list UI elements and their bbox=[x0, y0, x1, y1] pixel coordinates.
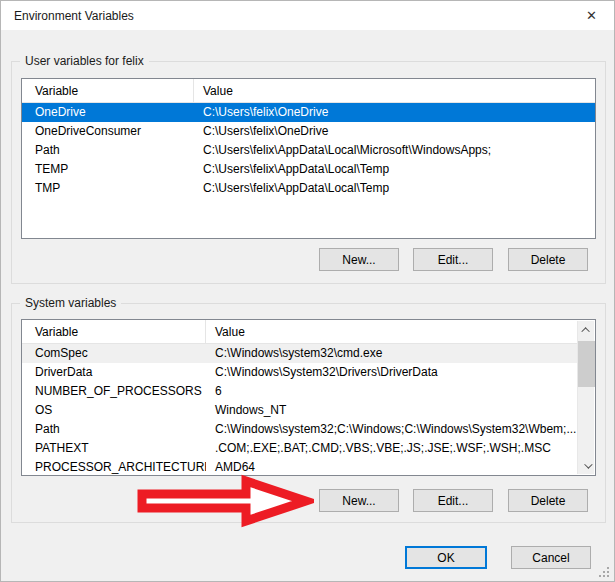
cell-variable: NUMBER_OF_PROCESSORS bbox=[22, 382, 206, 401]
cell-value: C:\Users\felix\OneDrive bbox=[194, 103, 595, 122]
user-variables-table: Variable Value OneDrive C:\Users\felix\O… bbox=[21, 78, 596, 239]
table-row-os[interactable]: OS Windows_NT bbox=[22, 401, 595, 420]
cell-value: C:\Users\felix\AppData\Local\Temp bbox=[194, 179, 595, 198]
ok-button[interactable]: OK bbox=[405, 546, 487, 569]
cell-variable: TEMP bbox=[22, 160, 194, 179]
scroll-up-icon[interactable] bbox=[578, 321, 595, 338]
cell-variable: ComSpec bbox=[22, 344, 206, 363]
user-column-header-variable[interactable]: Variable bbox=[22, 79, 194, 102]
scrollbar-thumb[interactable] bbox=[578, 341, 595, 387]
user-column-header-value[interactable]: Value bbox=[194, 79, 595, 102]
cell-variable: PATHEXT bbox=[22, 439, 206, 458]
cell-value: AMD64 bbox=[206, 458, 595, 476]
cell-value: C:\Windows\system32\cmd.exe bbox=[206, 344, 595, 363]
close-icon[interactable]: ✕ bbox=[569, 1, 614, 30]
table-row-onedrive[interactable]: OneDrive C:\Users\felix\OneDrive bbox=[22, 103, 595, 122]
user-table-header: Variable Value bbox=[22, 79, 595, 103]
cell-value: C:\Windows\System32\Drivers\DriverData bbox=[206, 363, 595, 382]
scroll-down-icon[interactable] bbox=[578, 457, 595, 474]
chevron-down-icon bbox=[584, 460, 592, 468]
system-edit-button[interactable]: Edit... bbox=[413, 489, 493, 512]
cell-value: .COM;.EXE;.BAT;.CMD;.VBS;.VBE;.JS;.JSE;.… bbox=[206, 439, 595, 458]
window-title: Environment Variables bbox=[1, 9, 134, 23]
table-row-processor-architecture[interactable]: PROCESSOR_ARCHITECTURE AMD64 bbox=[22, 458, 595, 476]
cell-variable: DriverData bbox=[22, 363, 206, 382]
table-row-comspec[interactable]: ComSpec C:\Windows\system32\cmd.exe bbox=[22, 344, 595, 363]
cell-variable: PROCESSOR_ARCHITECTURE bbox=[22, 458, 206, 476]
system-delete-button[interactable]: Delete bbox=[508, 489, 588, 512]
cell-variable: OS bbox=[22, 401, 206, 420]
system-column-header-variable[interactable]: Variable bbox=[22, 320, 206, 343]
table-row-tmp[interactable]: TMP C:\Users\felix\AppData\Local\Temp bbox=[22, 179, 595, 198]
table-row-temp[interactable]: TEMP C:\Users\felix\AppData\Local\Temp bbox=[22, 160, 595, 179]
user-new-button[interactable]: New... bbox=[319, 248, 399, 271]
dialog-content: User variables for felix Variable Value … bbox=[1, 30, 614, 581]
cell-value: Windows_NT bbox=[206, 401, 595, 420]
table-row-path-user[interactable]: Path C:\Users\felix\AppData\Local\Micros… bbox=[22, 141, 595, 160]
vertical-scrollbar[interactable] bbox=[577, 321, 594, 474]
user-edit-button[interactable]: Edit... bbox=[413, 248, 493, 271]
cell-variable: Path bbox=[22, 420, 206, 439]
cell-value: C:\Users\felix\OneDrive bbox=[194, 122, 595, 141]
table-row-pathext[interactable]: PATHEXT .COM;.EXE;.BAT;.CMD;.VBS;.VBE;.J… bbox=[22, 439, 595, 458]
cell-variable: TMP bbox=[22, 179, 194, 198]
cell-value: C:\Users\felix\AppData\Local\Microsoft\W… bbox=[194, 141, 595, 160]
cell-variable: OneDrive bbox=[22, 103, 194, 122]
table-row-path-system[interactable]: Path C:\Windows\system32;C:\Windows;C:\W… bbox=[22, 420, 595, 439]
table-row-driverdata[interactable]: DriverData C:\Windows\System32\Drivers\D… bbox=[22, 363, 595, 382]
titlebar: Environment Variables ✕ bbox=[1, 1, 614, 30]
cell-value: C:\Users\felix\AppData\Local\Temp bbox=[194, 160, 595, 179]
cell-variable: OneDriveConsumer bbox=[22, 122, 194, 141]
cell-value: 6 bbox=[206, 382, 595, 401]
resize-grip[interactable] bbox=[599, 567, 610, 578]
table-row-onedriveconsumer[interactable]: OneDriveConsumer C:\Users\felix\OneDrive bbox=[22, 122, 595, 141]
user-variables-label: User variables for felix bbox=[20, 54, 149, 68]
table-row-number-of-processors[interactable]: NUMBER_OF_PROCESSORS 6 bbox=[22, 382, 595, 401]
cell-value: C:\Windows\system32;C:\Windows;C:\Window… bbox=[206, 420, 595, 439]
cell-variable: Path bbox=[22, 141, 194, 160]
system-variables-label: System variables bbox=[20, 296, 121, 310]
chevron-up-icon bbox=[581, 327, 589, 335]
system-table-header: Variable Value bbox=[22, 320, 595, 344]
system-column-header-value[interactable]: Value bbox=[206, 320, 595, 343]
user-delete-button[interactable]: Delete bbox=[508, 248, 588, 271]
system-new-button[interactable]: New... bbox=[319, 489, 399, 512]
cancel-button[interactable]: Cancel bbox=[511, 546, 591, 569]
system-variables-table: Variable Value ComSpec C:\Windows\system… bbox=[21, 319, 596, 476]
environment-variables-dialog: Environment Variables ✕ User variables f… bbox=[0, 0, 615, 582]
